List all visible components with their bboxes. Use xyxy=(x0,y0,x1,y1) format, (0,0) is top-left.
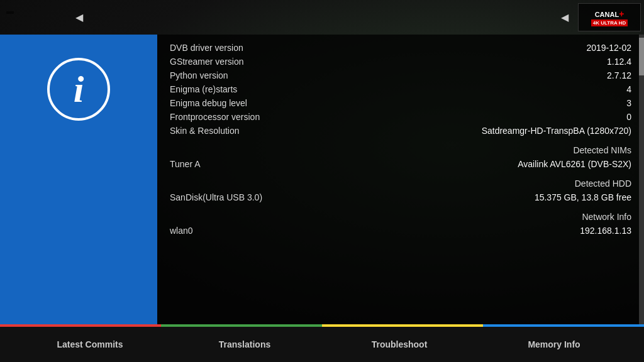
bottom-tab[interactable]: Troubleshoot xyxy=(322,329,477,360)
row-label: wlan0 xyxy=(167,224,424,238)
bottom-tabs: Latest CommitsTranslationsTroubleshootMe… xyxy=(0,327,644,362)
table-row: DVB driver version2019-12-02 xyxy=(167,41,635,55)
row-label: SanDisk(Ultra USB 3.0) xyxy=(167,190,424,204)
canal-brand: CANAL xyxy=(595,11,619,18)
table-row: Frontprocessor version0 xyxy=(167,110,635,124)
row-value: 4 xyxy=(424,82,635,96)
row-label: GStreamer version xyxy=(167,55,424,69)
title-bar: ◀ ◀ xyxy=(0,0,644,35)
row-value: 2.7.12 xyxy=(424,69,635,82)
arrow-left-icon[interactable]: ◀ xyxy=(75,11,83,23)
table-row: SanDisk(Ultra USB 3.0)15.375 GB, 13.8 GB… xyxy=(167,190,635,204)
row-label: Python version xyxy=(167,69,424,82)
row-value: 3 xyxy=(424,96,635,110)
nims-label: Detected NIMs xyxy=(167,138,635,157)
row-label: Skin & Resolution xyxy=(167,124,424,138)
table-row: GStreamer version1.12.4 xyxy=(167,55,635,69)
info-circle: i xyxy=(47,58,110,121)
canal-logo: CANAL+ 4K ULTRA HD xyxy=(591,9,628,26)
color-segment xyxy=(161,324,322,327)
row-value: 2019-12-02 xyxy=(424,41,635,55)
canal-plus: + xyxy=(619,9,624,19)
row-label: Frontprocessor version xyxy=(167,110,424,124)
uhd-badge: 4K ULTRA HD xyxy=(591,19,628,26)
section-header-nims: Detected NIMs xyxy=(167,138,635,157)
table-row: wlan0192.168.1.13 xyxy=(167,224,635,238)
bottom-tab[interactable]: Translations xyxy=(167,329,322,360)
bottom-tab[interactable]: Latest Commits xyxy=(13,329,167,360)
section-header-network: Network Info xyxy=(167,204,635,224)
row-label: Enigma (re)starts xyxy=(167,82,424,96)
row-value: Satdreamgr-HD-TranspBA (1280x720) xyxy=(424,124,635,138)
info-icon: i xyxy=(74,70,84,108)
section-header-hdd: Detected HDD xyxy=(167,171,635,190)
row-value: 15.375 GB, 13.8 GB free xyxy=(424,190,635,204)
table-row: Tuner AAvailink AVL6261 (DVB-S2X) xyxy=(167,157,635,171)
row-label: Enigma debug level xyxy=(167,96,424,110)
row-value: 1.12.4 xyxy=(424,55,635,69)
row-value: 192.168.1.13 xyxy=(424,224,635,238)
info-table: DVB driver version2019-12-02GStreamer ve… xyxy=(167,41,635,238)
bottom-bar: Latest CommitsTranslationsTroubleshootMe… xyxy=(0,324,644,362)
table-row: Python version2.7.12 xyxy=(167,69,635,82)
row-label: DVB driver version xyxy=(167,41,424,55)
color-segment xyxy=(0,324,161,327)
row-label: Tuner A xyxy=(167,157,424,171)
scrollbar[interactable] xyxy=(639,35,644,324)
table-row: Enigma debug level3 xyxy=(167,96,635,110)
main-content: DVB driver version2019-12-02GStreamer ve… xyxy=(157,35,644,324)
table-row: Skin & ResolutionSatdreamgr-HD-TranspBA … xyxy=(167,124,635,138)
color-bar xyxy=(0,324,644,327)
scrollbar-thumb xyxy=(639,38,644,75)
row-value: 0 xyxy=(424,110,635,124)
hdd-label: Detected HDD xyxy=(167,171,635,190)
color-segment xyxy=(483,324,644,327)
logo-area: CANAL+ 4K ULTRA HD xyxy=(578,3,641,31)
bottom-tab[interactable]: Memory Info xyxy=(477,329,631,360)
arrow-right-icon[interactable]: ◀ xyxy=(561,11,569,23)
network-label: Network Info xyxy=(167,204,635,224)
table-row: Enigma (re)starts4 xyxy=(167,82,635,96)
row-value: Availink AVL6261 (DVB-S2X) xyxy=(424,157,635,171)
sidebar: i xyxy=(0,35,157,324)
color-segment xyxy=(322,324,483,327)
